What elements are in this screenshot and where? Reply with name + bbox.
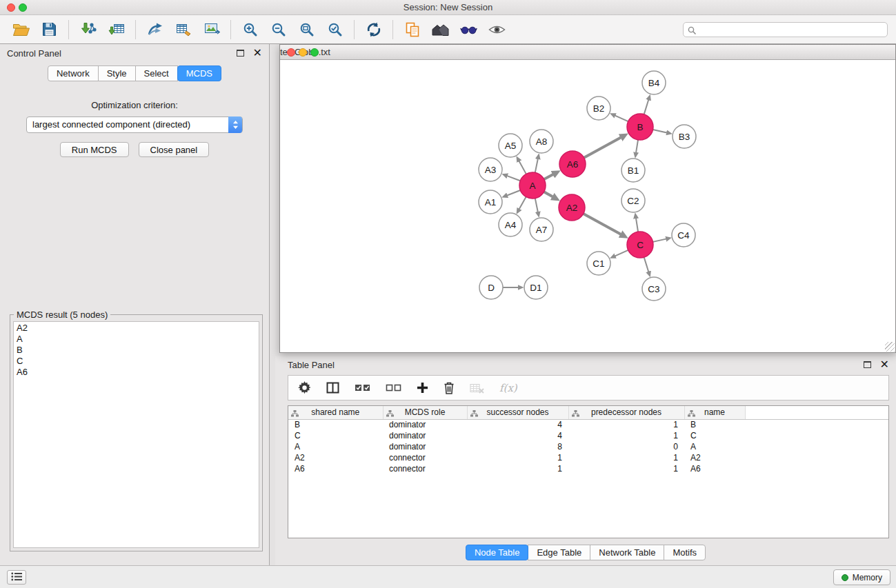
tab-node-table[interactable]: Node Table <box>466 545 529 560</box>
list-item[interactable]: A2 <box>14 323 259 334</box>
tab-select[interactable]: Select <box>135 65 178 81</box>
float-panel-icon[interactable] <box>237 50 244 57</box>
close-traffic-light[interactable] <box>7 3 15 12</box>
table-cell[interactable]: 4 <box>467 419 568 430</box>
column-header-name[interactable]: name <box>684 406 745 419</box>
zoom-in-icon[interactable] <box>236 18 264 41</box>
table-cell[interactable]: 4 <box>467 430 568 441</box>
export-network-icon[interactable] <box>141 18 169 41</box>
graph-edge-A6-B[interactable] <box>584 137 621 157</box>
table-cell[interactable]: 1 <box>467 463 568 474</box>
save-session-icon[interactable] <box>35 18 63 41</box>
select-all-icon[interactable] <box>355 383 370 393</box>
eye-icon[interactable] <box>483 18 511 41</box>
close-traffic-light[interactable] <box>287 48 295 57</box>
table-cell[interactable]: 1 <box>568 430 684 441</box>
table-cell[interactable]: A2 <box>288 452 383 463</box>
list-item[interactable]: A <box>14 334 259 345</box>
table-cell[interactable]: A6 <box>684 463 745 474</box>
float-panel-icon[interactable] <box>864 361 871 368</box>
table-cell[interactable]: A6 <box>288 463 383 474</box>
close-panel-button[interactable]: Close panel <box>139 142 210 157</box>
table-cell[interactable]: 1 <box>568 452 684 463</box>
gear-icon[interactable] <box>298 381 311 394</box>
graph-edge-C-C1[interactable] <box>615 250 628 256</box>
refresh-icon[interactable] <box>359 18 388 41</box>
memory-button[interactable]: Memory <box>833 569 890 585</box>
table-cell[interactable]: 1 <box>568 463 684 474</box>
graph-edge-A-A8[interactable] <box>535 159 538 172</box>
minimize-traffic-light[interactable] <box>299 48 307 57</box>
graph-edge-C-C4[interactable] <box>653 239 666 242</box>
graph-edge-A2-C[interactable] <box>584 214 621 234</box>
open-file-icon[interactable] <box>7 18 35 41</box>
clear-table-icon[interactable] <box>470 383 484 394</box>
table-cell[interactable]: C <box>684 430 745 441</box>
table-row[interactable]: Adominator80A <box>288 441 888 452</box>
table-cell[interactable]: connector <box>383 463 467 474</box>
duplicate-network-icon[interactable] <box>398 18 426 41</box>
graph-edge-C-C3[interactable] <box>644 257 649 272</box>
table-row[interactable]: Bdominator41B <box>288 419 888 430</box>
optimization-criterion-select[interactable]: largest connected component (directed) <box>26 116 243 133</box>
mcds-result-list[interactable]: A2ABCA6 <box>13 321 259 548</box>
table-cell[interactable]: dominator <box>383 430 467 441</box>
graph-edge-C-C2[interactable] <box>636 219 638 232</box>
table-cell[interactable]: A2 <box>684 452 745 463</box>
tab-style[interactable]: Style <box>98 65 136 81</box>
zoom-traffic-light[interactable] <box>310 48 319 57</box>
table-cell[interactable]: B <box>288 419 383 430</box>
delete-row-icon[interactable] <box>444 382 455 394</box>
table-cell[interactable]: A <box>684 441 745 452</box>
table-cell[interactable]: 1 <box>467 452 568 463</box>
table-cell[interactable]: 1 <box>568 419 684 430</box>
network-window-titlebar[interactable]: testGlobe.txt <box>280 45 895 60</box>
graph-edge-B-B1[interactable] <box>636 140 638 153</box>
graph-edge-A-A3[interactable] <box>507 176 520 181</box>
add-row-icon[interactable] <box>417 382 428 394</box>
export-image-icon[interactable] <box>197 18 226 41</box>
zoom-fit-icon[interactable] <box>292 18 321 41</box>
graph-edge-A-A7[interactable] <box>535 199 538 212</box>
import-network-icon[interactable] <box>74 18 102 41</box>
column-header-successor-nodes[interactable]: successor nodes <box>467 406 568 419</box>
graph-edge-B-B3[interactable] <box>653 130 667 132</box>
list-item[interactable]: B <box>14 345 259 356</box>
tab-network-table[interactable]: Network Table <box>590 545 664 560</box>
table-cell[interactable]: dominator <box>383 419 467 430</box>
zoom-selected-icon[interactable] <box>321 18 349 41</box>
table-cell[interactable]: B <box>684 419 745 430</box>
table-cell[interactable]: 8 <box>467 441 568 452</box>
graph-edge-A-A1[interactable] <box>507 190 520 196</box>
tab-network[interactable]: Network <box>48 65 99 81</box>
graph-edge-A-A6[interactable] <box>544 174 553 179</box>
graph-edge-A-A5[interactable] <box>519 161 526 174</box>
list-item[interactable]: A6 <box>14 367 259 378</box>
table-cell[interactable]: C <box>288 430 383 441</box>
tab-edge-table[interactable]: Edge Table <box>528 545 590 560</box>
tab-mcds[interactable]: MCDS <box>177 65 221 81</box>
task-list-button[interactable] <box>7 570 26 585</box>
export-table-icon[interactable] <box>169 18 197 41</box>
function-builder-icon[interactable]: f(x) <box>499 382 517 394</box>
column-chooser-icon[interactable] <box>326 382 339 394</box>
close-panel-icon[interactable]: ✕ <box>880 360 889 369</box>
deselect-all-icon[interactable] <box>386 383 401 393</box>
list-item[interactable]: C <box>14 356 259 367</box>
zoom-traffic-light[interactable] <box>19 3 27 12</box>
run-mcds-button[interactable]: Run MCDS <box>60 142 129 157</box>
graph-edge-A-A2[interactable] <box>544 192 553 196</box>
import-table-icon[interactable] <box>102 18 130 41</box>
column-header-mcds-role[interactable]: MCDS role <box>383 406 467 419</box>
table-row[interactable]: Cdominator41C <box>288 430 888 441</box>
graph-edge-B-B4[interactable] <box>644 100 649 114</box>
column-header-predecessor-nodes[interactable]: predecessor nodes <box>568 406 684 419</box>
network-canvas[interactable]: B4B2BB3A8A5A6A3B1AC2A1A2A4A7C4CC1DD1C3 <box>280 60 895 352</box>
graph-edge-B-B2[interactable] <box>615 116 628 122</box>
tab-motifs[interactable]: Motifs <box>664 545 706 560</box>
column-header-shared-name[interactable]: shared name <box>288 406 383 419</box>
zoom-out-icon[interactable] <box>264 18 292 41</box>
table-cell[interactable]: 0 <box>568 441 684 452</box>
search-input[interactable] <box>683 22 888 37</box>
table-row[interactable]: A6connector11A6 <box>288 463 888 474</box>
